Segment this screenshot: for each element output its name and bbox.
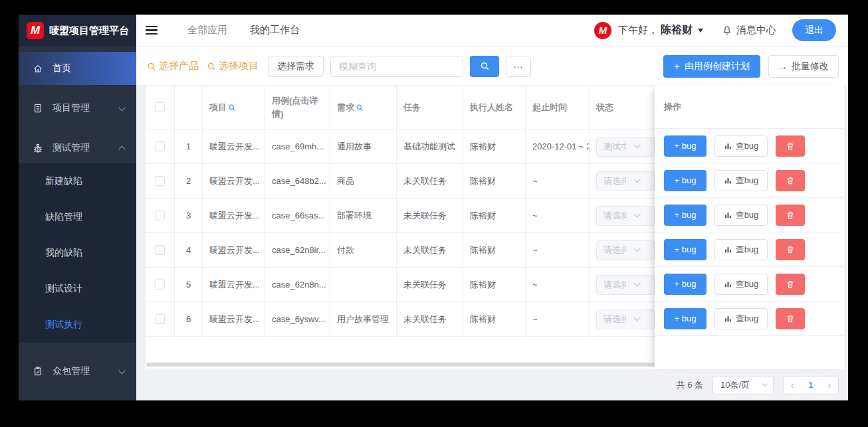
cell-project: 唛盟云开发... [203, 129, 265, 164]
row-checkbox[interactable] [155, 314, 165, 324]
app-title: 唛盟项目管理平台 [49, 25, 129, 37]
sidebar-item-test-design[interactable]: 测试设计 [19, 271, 136, 307]
view-bug-button[interactable]: 查bug [714, 205, 768, 226]
status-value: 请选择 [603, 175, 626, 187]
fuzzy-search-input[interactable] [330, 56, 463, 77]
cell-time: ~ [526, 268, 590, 302]
add-bug-button[interactable]: + bug [664, 274, 706, 295]
view-bug-button[interactable]: 查bug [714, 170, 768, 191]
select-product-link[interactable]: 选择产品 [146, 60, 199, 72]
pagination-bar: 共 6 条 10条/页 ‹ 1 › [136, 369, 848, 400]
sidebar-item-test-execution[interactable]: 测试执行 [19, 307, 136, 343]
test-mgmt-submenu: 新建缺陷 缺陷管理 我的缺陷 测试设计 测试执行 [19, 163, 136, 343]
row-checkbox[interactable] [155, 280, 165, 290]
page-size-select[interactable]: 10条/页 [712, 376, 774, 394]
header-task: 任务 [397, 86, 463, 129]
status-value: 请选择 [603, 210, 626, 222]
chevron-down-icon [634, 280, 641, 287]
cell-case-link[interactable]: case_66sas... [265, 199, 330, 233]
cell-executor: 陈裕财 [463, 164, 526, 199]
status-select[interactable]: 请选择 [596, 206, 655, 226]
sidebar-item-clipped[interactable] [19, 396, 136, 400]
more-filters-button[interactable]: ... [506, 56, 531, 77]
top-menu-my-workbench[interactable]: 我的工作台 [250, 24, 300, 37]
add-bug-button[interactable]: + bug [664, 205, 706, 226]
batch-edit-button[interactable]: → 批量修改 [768, 55, 839, 78]
row-checkbox[interactable] [155, 245, 165, 255]
trash-icon [786, 211, 795, 220]
row-checkbox-cell [146, 164, 175, 199]
cell-case-link[interactable]: case_62n8n... [265, 268, 330, 302]
status-select[interactable]: 请选择 [596, 171, 655, 191]
delete-button[interactable] [776, 274, 805, 295]
cell-case-link[interactable]: case_62n8ir... [265, 233, 330, 268]
cell-case-link[interactable]: case_69mh... [265, 129, 330, 164]
select-project-link[interactable]: 选择项目 [205, 60, 259, 72]
select-all-checkbox[interactable] [155, 102, 165, 112]
add-bug-button[interactable]: + bug [664, 135, 706, 157]
prev-page-button[interactable]: ‹ [791, 380, 794, 390]
next-page-button[interactable]: › [827, 380, 831, 390]
view-bug-label: 查bug [736, 175, 759, 187]
delete-button[interactable] [776, 135, 805, 157]
sidebar-item-test-mgmt[interactable]: 测试管理 [19, 133, 136, 163]
cell-index: 1 [175, 129, 203, 164]
select-project-label: 选择项目 [219, 60, 259, 72]
logout-button[interactable]: 退出 [792, 19, 836, 41]
sidebar-item-home[interactable]: 首页 [19, 52, 136, 85]
status-select[interactable]: 请选择 [596, 275, 655, 295]
user-dropdown[interactable]: 下午好， 陈裕财 [618, 23, 703, 37]
cell-task: 未关联任务 [397, 233, 463, 268]
search-icon [207, 62, 216, 71]
sidebar-item-label: 项目管理 [53, 102, 90, 114]
column-search-icon[interactable] [228, 104, 236, 112]
bar-chart-icon [724, 314, 732, 323]
row-checkbox-cell [146, 129, 175, 164]
status-select[interactable]: 请选择 [596, 240, 655, 260]
delete-button[interactable] [776, 205, 805, 226]
chevron-down-icon [634, 315, 641, 321]
delete-button[interactable] [776, 308, 805, 329]
hamburger-menu-icon[interactable] [146, 26, 158, 35]
view-bug-label: 查bug [736, 278, 759, 290]
view-bug-button[interactable]: 查bug [714, 135, 768, 157]
row-checkbox[interactable] [155, 211, 165, 220]
add-bug-button[interactable]: + bug [664, 239, 706, 260]
sidebar-item-crowdsourcing[interactable]: 众包管理 [19, 356, 136, 386]
cell-case-link[interactable]: case_6yswv... [265, 302, 330, 337]
message-center-label: 消息中心 [736, 24, 776, 37]
sidebar-item-my-defects[interactable]: 我的缺陷 [19, 235, 136, 271]
cell-time: ~ [526, 164, 590, 199]
sidebar-item-project-mgmt[interactable]: 项目管理 [19, 93, 136, 124]
delete-button[interactable] [776, 239, 805, 260]
current-page[interactable]: 1 [808, 380, 813, 390]
topbar-right: M 下午好， 陈裕财 消息中心 退出 [594, 19, 836, 41]
row-actions: + bug 查bug [655, 198, 844, 232]
message-center[interactable]: 消息中心 [722, 24, 776, 37]
status-select[interactable]: 测试中 [596, 137, 655, 157]
add-bug-button[interactable]: + bug [664, 308, 706, 329]
top-menu-all-apps[interactable]: 全部应用 [187, 24, 227, 37]
cell-project: 唛盟云开发... [203, 233, 265, 268]
row-checkbox[interactable] [155, 141, 165, 151]
select-demand-button[interactable]: 选择需求 [268, 56, 324, 77]
view-bug-button[interactable]: 查bug [714, 239, 768, 260]
create-plan-button[interactable]: + 由用例创建计划 [663, 55, 760, 78]
cell-index: 2 [175, 164, 203, 199]
column-search-icon[interactable] [356, 104, 364, 112]
username: 陈裕财 [661, 23, 693, 37]
cell-index: 6 [175, 302, 203, 337]
view-bug-button[interactable]: 查bug [714, 274, 768, 295]
cell-case-link[interactable]: case_648b2... [265, 164, 330, 199]
row-checkbox[interactable] [155, 176, 165, 186]
sidebar-item-new-defect[interactable]: 新建缺陷 [19, 163, 136, 199]
plus-icon: + [674, 61, 680, 72]
delete-button[interactable] [776, 170, 805, 191]
add-bug-button[interactable]: + bug [664, 170, 706, 191]
user-avatar[interactable]: M [594, 22, 611, 39]
view-bug-button[interactable]: 查bug [714, 308, 768, 329]
sidebar-item-defect-mgmt[interactable]: 缺陷管理 [19, 199, 136, 235]
search-button[interactable] [470, 56, 499, 77]
bar-chart-icon [724, 141, 732, 150]
status-select[interactable]: 请选择 [596, 309, 655, 329]
